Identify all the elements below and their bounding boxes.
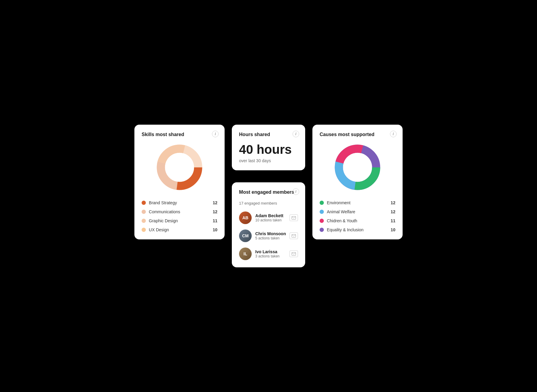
member-name-chris: Chris Monsoon	[255, 231, 286, 236]
causes-legend: Environment 12 Animal Welfare 12 Chidren…	[320, 200, 395, 232]
legend-dot-children-youth	[320, 219, 324, 223]
avatar-ivo: IL	[239, 248, 252, 260]
legend-item-environment: Environment 12	[320, 200, 395, 205]
hours-card: Hours shared i 40 hours over last 30 day…	[232, 125, 305, 170]
member-name-ivo: Ivo Larissa	[255, 249, 286, 254]
legend-value-environment: 12	[391, 200, 395, 205]
hours-info-icon[interactable]: i	[293, 131, 299, 137]
member-actions-adam: 10 actions taken	[255, 218, 286, 222]
skills-card: Skills most shared i	[134, 125, 225, 239]
member-item-adam: AB Adam Beckett 10 actions taken	[239, 211, 298, 224]
causes-donut-container	[320, 143, 395, 191]
legend-label-equality-inclusion: Equality & Inclusion	[327, 227, 364, 232]
legend-label-animal-welfare: Animal Welfare	[327, 209, 355, 214]
skills-donut-chart	[155, 143, 204, 191]
members-info-icon[interactable]: i	[293, 188, 299, 195]
member-actions-ivo: 3 actions taken	[255, 254, 286, 258]
middle-column: Hours shared i 40 hours over last 30 day…	[232, 125, 305, 267]
legend-label-communications: Communications	[149, 209, 180, 214]
causes-card: Causes most supported i	[312, 125, 403, 239]
skills-info-icon[interactable]: i	[212, 131, 219, 137]
causes-card-title: Causes most supported	[320, 132, 395, 137]
legend-item-equality-inclusion: Equality & Inclusion 10	[320, 227, 395, 232]
legend-dot-animal-welfare	[320, 210, 324, 214]
member-mail-chris[interactable]	[290, 232, 298, 239]
causes-donut-chart	[333, 143, 382, 191]
svg-point-13	[343, 153, 372, 182]
members-card-title: Most engaged members	[239, 190, 298, 195]
legend-label-environment: Environment	[327, 200, 351, 205]
legend-item-ux-design: UX Design 10	[142, 227, 217, 232]
legend-label-brand-strategy: Brand Strategy	[149, 200, 177, 205]
member-name-adam: Adam Beckett	[255, 213, 286, 218]
member-item-ivo: IL Ivo Larissa 3 actions taken	[239, 248, 298, 260]
causes-info-icon[interactable]: i	[390, 131, 397, 137]
legend-label-graphic-design: Graphic Design	[149, 218, 178, 223]
legend-value-graphic-design: 11	[213, 218, 217, 223]
hours-card-title: Hours shared	[239, 132, 298, 137]
avatar-adam: AB	[239, 211, 252, 224]
member-list: AB Adam Beckett 10 actions taken	[239, 211, 298, 260]
legend-item-animal-welfare: Animal Welfare 12	[320, 209, 395, 214]
skills-card-title: Skills most shared	[142, 132, 217, 137]
legend-item-graphic-design: Graphic Design 11	[142, 218, 217, 223]
legend-dot-brand-strategy	[142, 201, 146, 205]
hours-number: 40 hours	[239, 143, 298, 156]
legend-dot-graphic-design	[142, 219, 146, 223]
member-mail-adam[interactable]	[290, 214, 298, 221]
legend-dot-environment	[320, 201, 324, 205]
legend-item-children-youth: Chidren & Youth 11	[320, 218, 395, 223]
dashboard: Skills most shared i	[122, 113, 415, 279]
legend-label-children-youth: Chidren & Youth	[327, 218, 357, 223]
legend-label-ux-design: UX Design	[149, 227, 169, 232]
members-subtitle: 17 engaged members	[239, 201, 298, 205]
hours-subtitle: over last 30 days	[239, 158, 298, 163]
legend-value-brand-strategy: 12	[213, 200, 217, 205]
legend-value-equality-inclusion: 10	[391, 227, 395, 232]
legend-value-children-youth: 11	[391, 218, 395, 223]
member-item-chris: CM Chris Monsoon 5 actions taken	[239, 229, 298, 242]
members-card: Most engaged members i 17 engaged member…	[232, 182, 305, 267]
skills-donut-container	[142, 143, 217, 191]
member-mail-ivo[interactable]	[290, 251, 298, 257]
legend-item-communications: Communications 12	[142, 209, 217, 214]
member-actions-chris: 5 actions taken	[255, 236, 286, 240]
legend-dot-communications	[142, 210, 146, 214]
legend-item-brand-strategy: Brand Strategy 12	[142, 200, 217, 205]
legend-value-animal-welfare: 12	[391, 209, 395, 214]
avatar-chris: CM	[239, 229, 252, 242]
member-info-adam: Adam Beckett 10 actions taken	[255, 213, 286, 222]
legend-value-ux-design: 10	[213, 227, 217, 232]
legend-dot-ux-design	[142, 228, 146, 232]
legend-value-communications: 12	[213, 209, 217, 214]
skills-legend: Brand Strategy 12 Communications 12 Grap…	[142, 200, 217, 232]
member-info-chris: Chris Monsoon 5 actions taken	[255, 231, 286, 240]
svg-point-5	[165, 153, 194, 182]
legend-dot-equality-inclusion	[320, 228, 324, 232]
member-info-ivo: Ivo Larissa 3 actions taken	[255, 249, 286, 258]
